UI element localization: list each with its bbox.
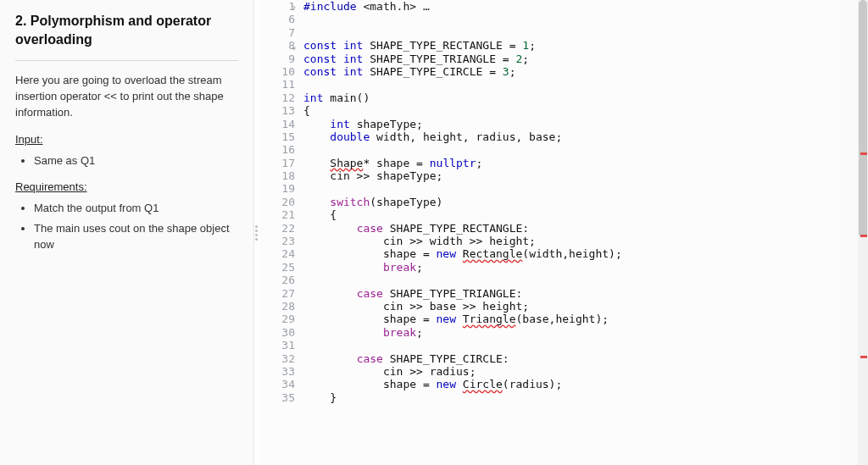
- code-line[interactable]: break;: [303, 326, 868, 339]
- code-line[interactable]: [303, 13, 868, 25]
- line-number: 32: [259, 352, 295, 365]
- code-line[interactable]: [303, 182, 868, 195]
- code-line[interactable]: [303, 274, 868, 286]
- instructions-title: 2. Polymorphism and operator overloading: [15, 12, 238, 48]
- code-line[interactable]: Shape* shape = nullptr;: [303, 157, 868, 169]
- line-number: 10: [259, 65, 295, 78]
- code-content[interactable]: #include <math.h> …const int SHAPE_TYPE_…: [303, 0, 868, 465]
- code-line[interactable]: [303, 143, 868, 156]
- code-line[interactable]: int shapeType;: [303, 118, 868, 130]
- input-label: Input:: [15, 133, 238, 146]
- code-line[interactable]: shape = new Circle(radius);: [303, 378, 868, 390]
- code-line[interactable]: [303, 78, 868, 91]
- list-item: Same as Q1: [34, 152, 238, 169]
- code-line[interactable]: [303, 26, 868, 39]
- line-number: 23: [259, 235, 295, 247]
- code-line[interactable]: shape = new Rectangle(width,height);: [303, 247, 868, 260]
- line-number: 24: [259, 247, 295, 260]
- code-line[interactable]: shape = new Triangle(base,height);: [303, 313, 868, 325]
- line-number: 9: [259, 53, 295, 65]
- line-number: 26: [259, 274, 295, 286]
- code-line[interactable]: case SHAPE_TYPE_CIRCLE:: [303, 352, 868, 365]
- code-line[interactable]: double width, height, radius, base;: [303, 130, 868, 143]
- line-number: 35: [259, 391, 295, 404]
- code-line[interactable]: case SHAPE_TYPE_TRIANGLE:: [303, 287, 868, 300]
- line-number: 20: [259, 196, 295, 208]
- code-line[interactable]: const int SHAPE_TYPE_CIRCLE = 3;: [303, 65, 868, 78]
- line-number: 29: [259, 313, 295, 325]
- line-number: 19: [259, 182, 295, 195]
- line-number: 8⌄: [259, 39, 295, 52]
- input-list: Same as Q1: [15, 152, 238, 169]
- line-number: 7: [259, 26, 295, 39]
- scrollbar-thumb[interactable]: [859, 0, 867, 237]
- line-number: 31: [259, 339, 295, 352]
- error-marker[interactable]: [860, 356, 867, 358]
- line-number-gutter: 1›678⌄9101112131415161718192021222324252…: [259, 0, 303, 465]
- instructions-panel: 2. Polymorphism and operator overloading…: [0, 0, 254, 465]
- code-editor[interactable]: 1›678⌄9101112131415161718192021222324252…: [259, 0, 868, 465]
- fold-expanded-icon[interactable]: ⌄: [292, 40, 297, 53]
- list-item: The main uses cout on the shape object n…: [34, 220, 238, 253]
- line-number: 17: [259, 157, 295, 169]
- line-number: 21: [259, 208, 295, 221]
- code-line[interactable]: break;: [303, 261, 868, 274]
- line-number: 15: [259, 130, 295, 143]
- code-line[interactable]: {: [303, 104, 868, 117]
- line-number: 16: [259, 143, 295, 156]
- line-number: 30: [259, 326, 295, 339]
- code-line[interactable]: cin >> width >> height;: [303, 235, 868, 247]
- code-line[interactable]: #include <math.h> …: [303, 0, 868, 13]
- list-item: Match the output from Q1: [34, 200, 238, 217]
- line-number: 25: [259, 261, 295, 274]
- code-line[interactable]: const int SHAPE_TYPE_RECTANGLE = 1;: [303, 39, 868, 52]
- line-number: 11: [259, 78, 295, 91]
- code-line[interactable]: switch(shapeType): [303, 196, 868, 208]
- line-number: 27: [259, 287, 295, 300]
- code-line[interactable]: cin >> radius;: [303, 365, 868, 378]
- code-line[interactable]: cin >> base >> height;: [303, 300, 868, 313]
- line-number: 28: [259, 300, 295, 313]
- code-line[interactable]: {: [303, 208, 868, 221]
- minimap[interactable]: [839, 0, 858, 465]
- line-number: 12: [259, 91, 295, 104]
- code-line[interactable]: cin >> shapeType;: [303, 169, 868, 182]
- fold-collapsed-icon[interactable]: ›: [292, 1, 297, 14]
- divider: [15, 60, 238, 61]
- instructions-intro: Here you are going to overload the strea…: [15, 73, 238, 121]
- line-number: 18: [259, 169, 295, 182]
- line-number: 6: [259, 13, 295, 25]
- vertical-scrollbar[interactable]: [858, 0, 868, 465]
- code-line[interactable]: [303, 339, 868, 352]
- error-marker[interactable]: [860, 235, 867, 237]
- line-number: 34: [259, 378, 295, 390]
- line-number: 13: [259, 104, 295, 117]
- line-number: 14: [259, 118, 295, 130]
- line-number: 33: [259, 365, 295, 378]
- requirements-list: Match the output from Q1 The main uses c…: [15, 200, 238, 253]
- error-marker[interactable]: [860, 152, 867, 155]
- code-line[interactable]: case SHAPE_TYPE_RECTANGLE:: [303, 222, 868, 235]
- requirements-label: Requirements:: [15, 180, 238, 193]
- line-number: 22: [259, 222, 295, 235]
- code-line[interactable]: int main(): [303, 91, 868, 104]
- code-line[interactable]: const int SHAPE_TYPE_TRIANGLE = 2;: [303, 53, 868, 65]
- line-number: 1›: [259, 0, 295, 13]
- code-line[interactable]: }: [303, 391, 868, 404]
